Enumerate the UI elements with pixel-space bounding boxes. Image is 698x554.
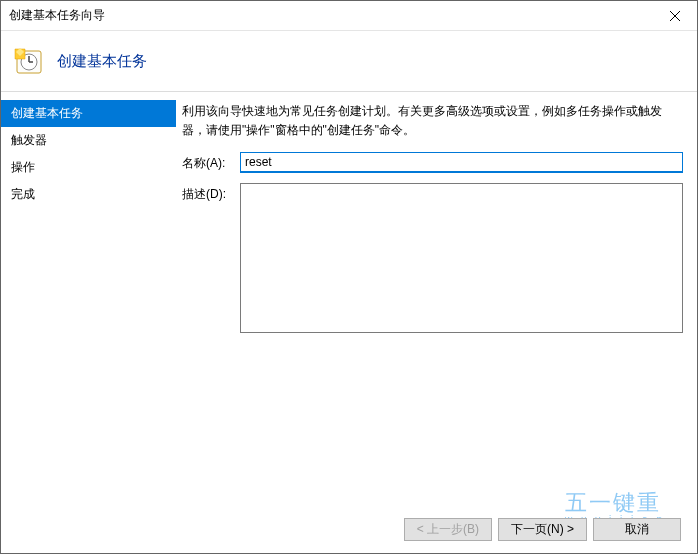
cancel-button[interactable]: 取消 (593, 518, 681, 541)
description-input[interactable] (240, 183, 683, 333)
close-icon (670, 11, 680, 21)
task-icon (13, 45, 45, 77)
sidebar-item-create-basic-task[interactable]: 创建基本任务 (1, 100, 176, 127)
next-button[interactable]: 下一页(N) > (498, 518, 587, 541)
wizard-body: 创建基本任务 触发器 操作 完成 利用该向导快速地为常见任务创建计划。有关更多高… (1, 92, 697, 553)
sidebar-item-action[interactable]: 操作 (1, 154, 176, 181)
wizard-footer: < 上一步(B) 下一页(N) > 取消 (404, 518, 681, 541)
wizard-content: 利用该向导快速地为常见任务创建计划。有关更多高级选项或设置，例如多任务操作或触发… (176, 92, 697, 553)
wizard-sidebar: 创建基本任务 触发器 操作 完成 (1, 92, 176, 553)
wizard-title: 创建基本任务 (57, 52, 147, 71)
back-button: < 上一步(B) (404, 518, 492, 541)
titlebar-text: 创建基本任务向导 (9, 7, 652, 24)
description-row: 描述(D): (182, 183, 683, 333)
sidebar-item-label: 触发器 (11, 133, 47, 147)
sidebar-item-trigger[interactable]: 触发器 (1, 127, 176, 154)
close-button[interactable] (652, 1, 697, 31)
intro-text: 利用该向导快速地为常见任务创建计划。有关更多高级选项或设置，例如多任务操作或触发… (182, 102, 683, 140)
sidebar-item-label: 创建基本任务 (11, 106, 83, 120)
name-input[interactable] (240, 152, 683, 173)
wizard-header: 创建基本任务 (1, 31, 697, 91)
name-row: 名称(A): (182, 152, 683, 173)
sidebar-item-label: 完成 (11, 187, 35, 201)
sidebar-item-finish[interactable]: 完成 (1, 181, 176, 208)
name-label: 名称(A): (182, 152, 240, 172)
sidebar-item-label: 操作 (11, 160, 35, 174)
titlebar: 创建基本任务向导 (1, 1, 697, 31)
description-label: 描述(D): (182, 183, 240, 203)
wizard-window: 创建基本任务向导 创建基本任务 创建基本任务 触发器 操作 完成 利用该向 (0, 0, 698, 554)
